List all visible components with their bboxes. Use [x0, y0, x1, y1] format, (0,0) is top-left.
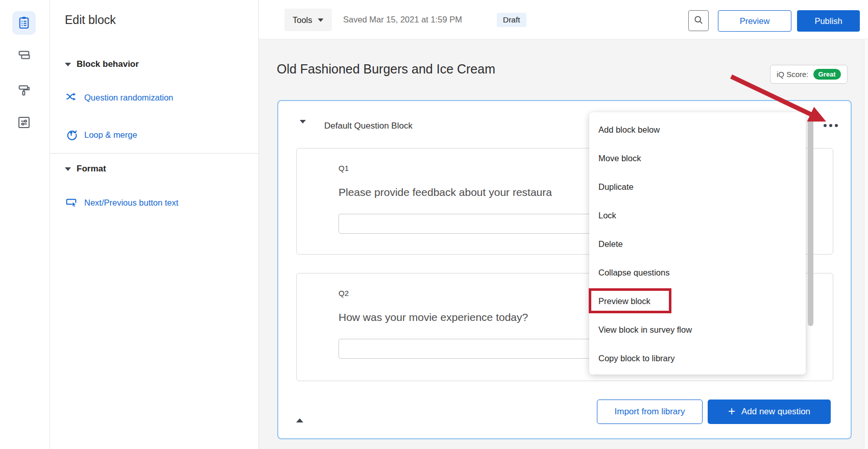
question-id: Q2 [339, 289, 349, 297]
tools-menu-button[interactable]: Tools [284, 9, 332, 31]
menu-item-preview-block[interactable]: Preview block [589, 287, 806, 315]
shuffle-icon [65, 90, 78, 105]
search-icon [693, 15, 704, 27]
iq-score-badge: Great [813, 69, 841, 80]
add-new-question-button[interactable]: + Add new question [708, 400, 831, 424]
menu-item-copy-block-to-library[interactable]: Copy block to library [589, 344, 806, 372]
search-button[interactable] [688, 10, 709, 31]
caret-down-icon [65, 63, 71, 66]
chevron-down-icon [318, 18, 323, 21]
divider [50, 153, 259, 154]
question-id: Q1 [339, 164, 349, 172]
sidebar-item-blocks[interactable] [12, 44, 36, 68]
menu-item-lock[interactable]: Lock [589, 201, 806, 230]
block-options-menu: Add block below Move block Duplicate Loc… [589, 112, 806, 375]
sidebar-item-survey-options[interactable] [12, 111, 36, 135]
nav-rail [0, 0, 50, 449]
iq-score-label: iQ Score: [777, 70, 809, 79]
sidebar-item-look-and-feel[interactable] [12, 79, 36, 103]
block-options-menu-button[interactable] [823, 123, 839, 128]
button-cursor-icon [65, 195, 78, 210]
clipboard-list-icon [17, 15, 31, 31]
saved-status-text: Saved Mar 15, 2021 at 1:59 PM [343, 0, 462, 39]
section-format[interactable]: Format [65, 164, 106, 174]
preview-button[interactable]: Preview [718, 10, 791, 32]
question-text: How was your movie experience today? [339, 311, 528, 323]
link-label: Question randomization [84, 93, 173, 103]
section-block-behavior[interactable]: Block behavior [65, 59, 139, 69]
caret-down-icon [300, 120, 306, 132]
blocks-icon [17, 48, 31, 64]
import-from-library-button[interactable]: Import from library [597, 400, 703, 424]
caret-up-icon [296, 410, 303, 422]
menu-item-add-block-below[interactable]: Add block below [589, 115, 806, 144]
question-text: Please provide feedback about your resta… [339, 186, 552, 198]
toolbar: Tools Saved Mar 15, 2021 at 1:59 PM Draf… [259, 0, 868, 39]
link-label: Loop & merge [84, 130, 137, 140]
menu-item-duplicate[interactable]: Duplicate [589, 172, 806, 201]
loop-icon [65, 128, 78, 142]
sidebar-item-survey-builder[interactable] [12, 11, 36, 35]
caret-down-icon [65, 167, 71, 171]
link-loop-merge[interactable]: Loop & merge [65, 128, 137, 142]
menu-item-collapse-questions[interactable]: Collapse questions [589, 258, 806, 287]
link-next-previous-button-text[interactable]: Next/Previous button text [65, 195, 178, 210]
paint-roller-icon [17, 83, 31, 99]
publish-button[interactable]: Publish [797, 10, 860, 32]
section-label: Format [77, 164, 106, 174]
menu-item-view-block-in-survey-flow[interactable]: View block in survey flow [589, 315, 806, 344]
survey-title: Old Fashioned Burgers and Ice Cream [277, 62, 495, 77]
section-label: Block behavior [77, 59, 139, 69]
sliders-icon [17, 115, 31, 131]
block-collapse-caret[interactable] [300, 123, 306, 133]
add-button-label: Add new question [741, 407, 810, 417]
ellipsis-icon [824, 124, 827, 127]
panel-title: Edit block [65, 13, 116, 27]
link-label: Next/Previous button text [84, 198, 178, 208]
link-question-randomization[interactable]: Question randomization [65, 90, 173, 105]
page-scrollbar-track[interactable] [864, 39, 868, 449]
tools-label: Tools [293, 15, 312, 25]
iq-score-widget[interactable]: iQ Score: Great [770, 65, 848, 84]
plus-icon: + [728, 405, 735, 417]
block-footer-collapse-button[interactable] [294, 408, 305, 421]
status-badge: Draft [497, 13, 526, 27]
menu-scrollbar-thumb[interactable] [808, 118, 813, 326]
text-entry-input[interactable] [339, 214, 617, 234]
text-entry-input[interactable] [339, 339, 617, 359]
menu-item-delete[interactable]: Delete [589, 230, 806, 258]
block-title[interactable]: Default Question Block [324, 121, 413, 131]
menu-item-move-block[interactable]: Move block [589, 144, 806, 172]
edit-block-panel: Edit block Block behavior Question rando… [50, 0, 259, 449]
